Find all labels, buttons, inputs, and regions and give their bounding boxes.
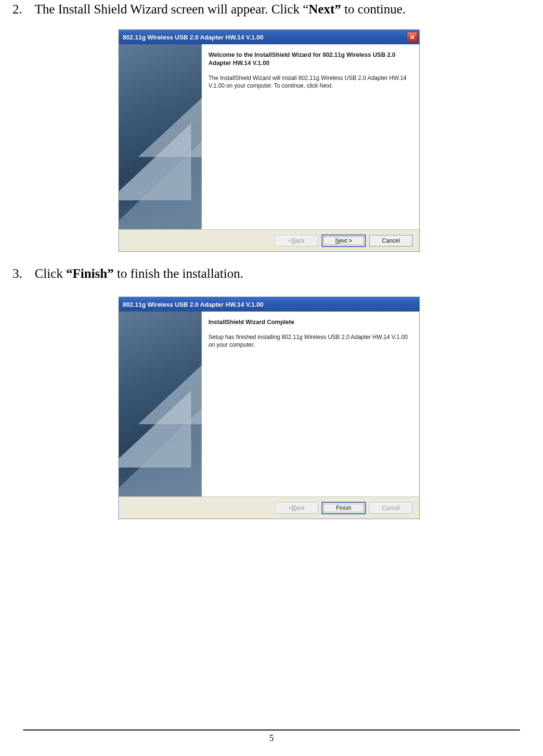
button-bar: < Back Finish Cancel bbox=[119, 496, 419, 519]
triangle-icon bbox=[138, 94, 202, 157]
dialog-body: InstallShield Wizard Complete Setup has … bbox=[119, 312, 419, 496]
dialog-1-wrap: 802.11g Wireless USB 2.0 Adapter HW.14 V… bbox=[10, 29, 529, 252]
next-button[interactable]: Next > bbox=[322, 235, 365, 247]
close-button[interactable]: ✕ bbox=[407, 32, 417, 42]
next-label-suffix: ext > bbox=[339, 237, 352, 244]
step-number: 3. bbox=[10, 265, 35, 282]
close-icon: ✕ bbox=[410, 34, 415, 40]
page-footer: 5 bbox=[0, 730, 543, 743]
triangle-icon bbox=[138, 362, 202, 424]
cancel-label: Cancel bbox=[382, 237, 400, 244]
document-page: 2. The Install Shield Wizard screen will… bbox=[0, 1, 543, 519]
step-text-bold: “Finish” bbox=[66, 266, 114, 281]
back-label-suffix: ack bbox=[296, 237, 305, 244]
dialog-heading: Welcome to the InstallShield Wizard for … bbox=[208, 51, 411, 67]
back-button: < Back bbox=[275, 235, 318, 247]
step-3: 3. Click “Finish” to finish the installa… bbox=[10, 265, 529, 282]
step-text-post: to continue. bbox=[341, 2, 405, 16]
footer-rule bbox=[23, 730, 520, 730]
titlebar[interactable]: 802.11g Wireless USB 2.0 Adapter HW.14 V… bbox=[119, 297, 419, 312]
cancel-label: Cancel bbox=[382, 505, 400, 511]
back-label-u: B bbox=[292, 237, 296, 244]
dialog-heading: InstallShield Wizard Complete bbox=[208, 318, 411, 326]
step-text-post: to finish the installation. bbox=[114, 266, 243, 281]
step-text-pre: The Install Shield Wizard screen will ap… bbox=[35, 2, 309, 16]
page-number: 5 bbox=[0, 733, 543, 743]
next-label-u: N bbox=[335, 237, 339, 244]
titlebar[interactable]: 802.11g Wireless USB 2.0 Adapter HW.14 V… bbox=[119, 30, 419, 44]
install-wizard-dialog-welcome: 802.11g Wireless USB 2.0 Adapter HW.14 V… bbox=[118, 29, 420, 252]
dialog-2-wrap: 802.11g Wireless USB 2.0 Adapter HW.14 V… bbox=[10, 297, 529, 519]
step-2: 2. The Install Shield Wizard screen will… bbox=[10, 1, 529, 18]
finish-label: Finish bbox=[336, 505, 351, 511]
step-number: 2. bbox=[10, 1, 35, 18]
dialog-body: Welcome to the InstallShield Wizard for … bbox=[119, 44, 419, 229]
install-wizard-dialog-complete: 802.11g Wireless USB 2.0 Adapter HW.14 V… bbox=[118, 297, 420, 519]
step-text-bold: Next” bbox=[309, 2, 341, 16]
back-label-prefix: < bbox=[288, 237, 292, 244]
cancel-button[interactable]: Cancel bbox=[369, 235, 413, 247]
step-text-pre: Click bbox=[35, 266, 66, 281]
dialog-content: Welcome to the InstallShield Wizard for … bbox=[202, 44, 419, 229]
step-text: Click “Finish” to finish the installatio… bbox=[35, 265, 529, 282]
dialog-content: InstallShield Wizard Complete Setup has … bbox=[202, 312, 419, 496]
back-label-prefix: < bbox=[288, 505, 292, 511]
window-title: 802.11g Wireless USB 2.0 Adapter HW.14 V… bbox=[123, 301, 417, 308]
wizard-side-graphic bbox=[119, 312, 202, 496]
cancel-button: Cancel bbox=[369, 502, 413, 514]
back-label-suffix: ack bbox=[296, 505, 305, 511]
wizard-side-graphic bbox=[119, 44, 202, 229]
dialog-body-text: The InstallShield Wizard will install 80… bbox=[208, 74, 411, 90]
step-text: The Install Shield Wizard screen will ap… bbox=[35, 1, 529, 18]
finish-button[interactable]: Finish bbox=[322, 502, 365, 514]
dialog-body-text: Setup has finished installing 802.11g Wi… bbox=[208, 333, 411, 349]
button-bar: < Back Next > Cancel bbox=[119, 229, 419, 251]
back-label-u: B bbox=[292, 505, 296, 511]
window-title: 802.11g Wireless USB 2.0 Adapter HW.14 V… bbox=[123, 34, 407, 41]
back-button: < Back bbox=[275, 502, 318, 514]
